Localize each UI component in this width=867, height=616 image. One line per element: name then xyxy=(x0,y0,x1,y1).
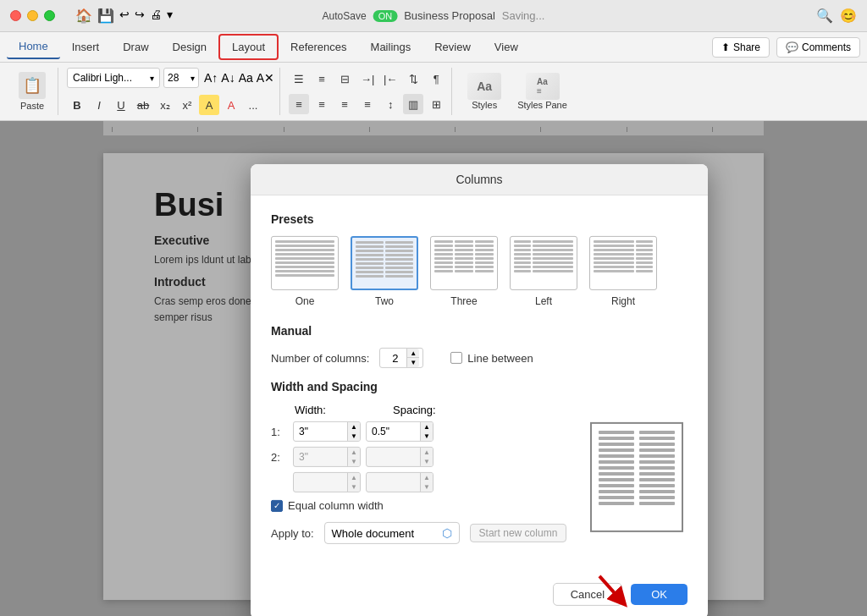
tab-draw[interactable]: Draw xyxy=(111,36,160,58)
maximize-button[interactable] xyxy=(44,10,55,21)
font-case-icon[interactable]: Aa xyxy=(239,71,253,85)
styles-pane-icon: Aa≡ xyxy=(526,73,560,100)
tab-design[interactable]: Design xyxy=(161,36,218,58)
ws-spacing-2-down: ▼ xyxy=(421,457,433,466)
outline-list-button[interactable]: ⊟ xyxy=(334,69,355,89)
superscript-button[interactable]: x² xyxy=(177,95,197,115)
line-between-checkbox[interactable] xyxy=(450,352,462,364)
more-format-icon[interactable]: ... xyxy=(243,95,263,115)
border-button[interactable]: ⊞ xyxy=(426,94,446,114)
equal-column-checkbox[interactable]: ✓ xyxy=(271,499,283,511)
search-icon[interactable]: 🔍 xyxy=(816,8,833,24)
shading-button[interactable]: ▥ xyxy=(403,94,423,114)
font-dropdown-icon: ▾ xyxy=(150,74,154,83)
home-icon[interactable]: 🏠 xyxy=(75,8,92,24)
columns-dialog: Columns Presets One xyxy=(251,164,708,616)
ws-col-1: 1: xyxy=(271,425,288,437)
line-between-label: Line between xyxy=(467,351,533,364)
redo-icon[interactable]: ↪ xyxy=(135,8,145,24)
font-size-selector[interactable]: 28 ▾ xyxy=(163,68,199,88)
ws-spacing-1-up[interactable]: ▲ xyxy=(421,422,433,432)
align-center-button[interactable]: ≡ xyxy=(312,94,332,114)
styles-pane-button[interactable]: Aa≡ Styles Pane xyxy=(511,69,574,113)
underline-button[interactable]: U xyxy=(111,95,131,115)
preset-two-icon xyxy=(351,236,418,290)
paste-button[interactable]: 📋 Paste xyxy=(12,69,52,114)
ws-width-2-val: 3" xyxy=(294,451,347,463)
apply-to-select[interactable]: Whole document ⬡ xyxy=(324,522,460,544)
preset-three-icon xyxy=(430,236,498,290)
undo-icon[interactable]: ↩ xyxy=(119,8,130,24)
preset-one-icon xyxy=(271,236,339,290)
justify-button[interactable]: ≡ xyxy=(357,94,378,114)
ws-spacing-header: Spacing: xyxy=(393,404,436,416)
preset-right-label: Right xyxy=(611,295,635,307)
preset-one[interactable]: One xyxy=(271,236,339,307)
save-icon[interactable]: 💾 xyxy=(97,8,114,24)
minimize-button[interactable] xyxy=(27,10,38,21)
ws-width-2-spinner: ▲ ▼ xyxy=(347,448,360,466)
ok-button[interactable]: OK xyxy=(631,584,688,605)
title-bar-right: 🔍 😊 xyxy=(816,8,857,24)
num-columns-down[interactable]: ▼ xyxy=(407,358,419,367)
ws-width-1[interactable]: 3" ▲ ▼ xyxy=(293,421,361,442)
numbered-list-button[interactable]: ≡ xyxy=(312,69,332,89)
tab-home[interactable]: Home xyxy=(7,35,60,59)
tab-view[interactable]: View xyxy=(483,36,530,58)
tab-review[interactable]: Review xyxy=(422,36,483,58)
indent-right-button[interactable]: →| xyxy=(357,69,378,89)
ws-row-1: 1: 3" ▲ ▼ 0.5" ▲ ▼ xyxy=(271,421,577,442)
share-button[interactable]: ⬆ Share xyxy=(712,37,770,58)
ws-width-1-spinner[interactable]: ▲ ▼ xyxy=(347,422,360,441)
num-columns-input[interactable]: 2 ▲ ▼ xyxy=(379,348,423,368)
print-icon[interactable]: 🖨 xyxy=(150,8,162,24)
tab-references[interactable]: References xyxy=(279,36,358,58)
ws-spacing-1-spinner[interactable]: ▲ ▼ xyxy=(420,422,433,441)
close-button[interactable] xyxy=(10,10,21,21)
preview-section xyxy=(586,397,688,558)
account-icon[interactable]: 😊 xyxy=(840,8,857,24)
ribbon-tabs: Home Insert Draw Design Layout Reference… xyxy=(0,32,867,63)
font-selector[interactable]: Calibri Ligh... ▾ xyxy=(67,68,160,88)
share-icon: ⬆ xyxy=(721,41,730,53)
comments-button[interactable]: 💬 Comments xyxy=(776,37,860,58)
apply-to-value: Whole document xyxy=(332,526,415,539)
tab-insert[interactable]: Insert xyxy=(60,36,112,58)
pilcrow-button[interactable]: ¶ xyxy=(426,69,446,89)
num-columns-up[interactable]: ▲ xyxy=(407,349,419,358)
bullet-list-button[interactable]: ☰ xyxy=(289,69,309,89)
align-left-button[interactable]: ≡ xyxy=(289,94,309,114)
tab-layout[interactable]: Layout xyxy=(218,34,279,60)
preset-left[interactable]: Left xyxy=(510,236,577,307)
highlight-button[interactable]: A xyxy=(199,95,219,115)
preset-right[interactable]: Right xyxy=(589,236,657,307)
decrease-font-icon[interactable]: A↓ xyxy=(221,71,235,85)
preset-two[interactable]: Two xyxy=(351,236,418,307)
align-right-button[interactable]: ≡ xyxy=(334,94,355,114)
italic-button[interactable]: I xyxy=(89,95,109,115)
font-color-button[interactable]: A xyxy=(221,95,241,115)
ws-spacing-1-down[interactable]: ▼ xyxy=(421,432,433,441)
ws-width-1-up[interactable]: ▲ xyxy=(348,422,360,432)
ws-width-1-down[interactable]: ▼ xyxy=(348,432,360,441)
tab-mailings[interactable]: Mailings xyxy=(359,36,423,58)
preset-three[interactable]: Three xyxy=(430,236,498,307)
clear-format-icon[interactable]: A✕ xyxy=(257,71,274,85)
preset-three-label: Three xyxy=(450,295,477,307)
bold-button[interactable]: B xyxy=(67,95,87,115)
more-icon[interactable]: ▾ xyxy=(167,8,173,24)
autosave-toggle[interactable]: ON xyxy=(373,10,398,22)
num-columns-spinner[interactable]: ▲ ▼ xyxy=(406,349,419,367)
styles-button[interactable]: Aa Styles xyxy=(461,69,508,113)
strikethrough-button[interactable]: ab xyxy=(133,95,153,115)
styles-label: Styles xyxy=(472,100,497,110)
ws-spacing-1[interactable]: 0.5" ▲ ▼ xyxy=(366,421,434,442)
start-new-column-button[interactable]: Start new column xyxy=(470,524,567,542)
indent-left-button[interactable]: |← xyxy=(380,69,400,89)
increase-font-icon[interactable]: A↑ xyxy=(204,71,218,85)
subscript-button[interactable]: x₂ xyxy=(155,95,175,115)
doc-title: Business Proposal xyxy=(404,9,495,22)
line-spacing-button[interactable]: ↕ xyxy=(380,94,400,114)
sort-button[interactable]: ⇅ xyxy=(403,69,423,89)
equal-column-row: ✓ Equal column width xyxy=(271,499,577,512)
